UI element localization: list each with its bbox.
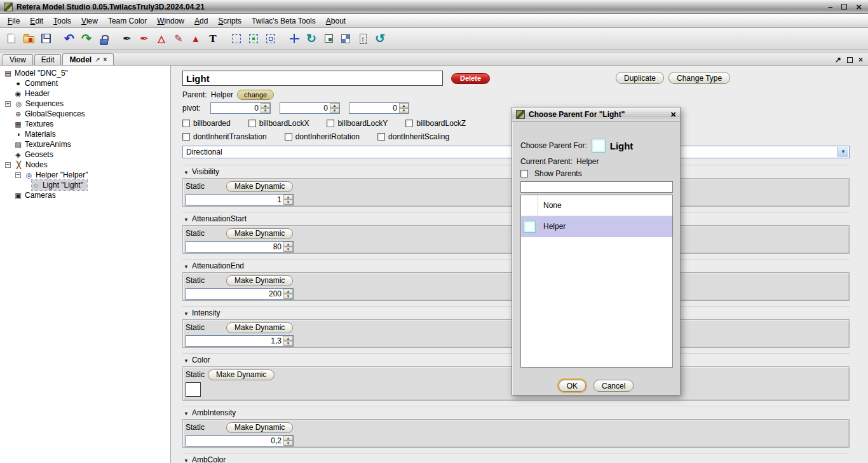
spinner-down-button[interactable]: [283, 341, 293, 346]
parent-filter-input[interactable]: [520, 181, 673, 193]
change-parent-button[interactable]: change: [237, 90, 274, 100]
menu-about[interactable]: About: [321, 14, 351, 28]
spinner-up-button[interactable]: [283, 436, 293, 441]
pivot-x-spinner[interactable]: 0: [210, 102, 271, 114]
squash-tool-button[interactable]: [355, 31, 371, 47]
spinner-down-button[interactable]: [261, 108, 270, 113]
dialog-close-button[interactable]: [670, 109, 676, 119]
open-file-button[interactable]: [20, 31, 37, 47]
tree-editor-splitter[interactable]: [171, 66, 180, 463]
spinner-down-button[interactable]: [283, 200, 293, 205]
pen-red-button[interactable]: [136, 31, 153, 47]
spinner-up-button[interactable]: [261, 103, 270, 108]
window-titlebar[interactable]: Retera Model Studio 0.05.TwilacsTruly3D.…: [0, 0, 868, 14]
node-name-input[interactable]: [182, 71, 443, 86]
cancel-button[interactable]: Cancel: [593, 380, 634, 392]
checkbox-dontinheritscaling[interactable]: dontInheritScaling: [377, 132, 449, 141]
show-parents-checkbox[interactable]: Show Parents: [520, 169, 672, 179]
tree-item-materials[interactable]: Materials: [0, 129, 60, 139]
spinner-up-button[interactable]: [283, 289, 293, 294]
collapse-icon[interactable]: [5, 162, 11, 168]
spinner-value[interactable]: 80: [186, 242, 283, 252]
maximize-button[interactable]: [841, 4, 847, 10]
checkbox-box[interactable]: [285, 133, 292, 141]
spinner-value[interactable]: 0: [211, 103, 261, 113]
spinner-down-button[interactable]: [283, 441, 293, 446]
tree-item-light[interactable]: Light "Light": [32, 180, 87, 190]
save-file-button[interactable]: [37, 31, 54, 47]
attenuationstart-spinner[interactable]: 80: [186, 241, 294, 252]
tree-item-sequences[interactable]: Sequences: [0, 99, 67, 109]
section-header[interactable]: AmbColor: [184, 455, 850, 463]
checkbox-box[interactable]: [520, 170, 528, 177]
chevron-down-icon[interactable]: [837, 147, 848, 157]
menu-add[interactable]: Add: [189, 14, 213, 28]
tree-item-header[interactable]: Header: [0, 88, 53, 99]
make-dynamic-button[interactable]: Make Dynamic: [208, 370, 275, 380]
spinner-value[interactable]: 0: [280, 103, 330, 113]
triangle-outline-button[interactable]: [153, 31, 170, 47]
checkbox-billboardlockz[interactable]: billboardLockZ: [405, 119, 466, 128]
spinner-down-button[interactable]: [399, 108, 409, 113]
tree-item-nodes[interactable]: Nodes: [0, 160, 51, 170]
tree-item-cameras[interactable]: Cameras: [0, 190, 60, 200]
tree-item-textureanims[interactable]: TextureAnims: [0, 139, 75, 149]
checkbox-box[interactable]: [182, 120, 190, 127]
spinner-value[interactable]: 200: [186, 289, 283, 299]
close-button[interactable]: [856, 2, 862, 11]
tree-item-textures[interactable]: Textures: [0, 119, 57, 129]
tree-item-comment[interactable]: Comment: [0, 78, 62, 88]
delete-button[interactable]: Delete: [451, 73, 490, 84]
menu-edit[interactable]: Edit: [25, 14, 48, 28]
tab-close-icon[interactable]: [104, 57, 107, 63]
spinner-value[interactable]: 1: [186, 195, 283, 205]
select-geometry-button[interactable]: [245, 31, 262, 47]
checkbox-dontinherittranslation[interactable]: dontInheritTranslation: [182, 132, 267, 141]
menu-tools[interactable]: Tools: [48, 14, 76, 28]
checkbox-billboardlocky[interactable]: billboardLockY: [327, 119, 388, 128]
tree-item-helper[interactable]: Helper "Helper": [0, 170, 92, 180]
make-dynamic-button[interactable]: Make Dynamic: [226, 422, 293, 433]
pivot-y-spinner[interactable]: 0: [280, 102, 340, 114]
rotate-tool-button[interactable]: [303, 31, 320, 47]
pin-icon[interactable]: [95, 57, 100, 63]
new-file-button[interactable]: [3, 31, 20, 47]
menu-window[interactable]: Window: [152, 14, 189, 28]
tree-item-globalsequences[interactable]: GlobalSequences: [0, 109, 89, 119]
dialog-titlebar[interactable]: Choose Parent For "Light": [512, 107, 680, 121]
parent-option-helper[interactable]: Helper: [521, 216, 672, 237]
spinner-value[interactable]: 1,3: [186, 336, 283, 346]
spinner-down-button[interactable]: [283, 294, 293, 299]
redo-button[interactable]: [78, 31, 95, 47]
checkbox-billboardlockx[interactable]: billboardLockX: [248, 119, 309, 128]
tree-item-model-root[interactable]: Model "DNC_5": [0, 68, 72, 78]
menu-twilacs-beta-tools[interactable]: Twilac's Beta Tools: [247, 14, 321, 28]
make-dynamic-button[interactable]: Make Dynamic: [226, 275, 293, 286]
color-swatch[interactable]: [186, 382, 201, 397]
minimize-button[interactable]: [828, 3, 832, 11]
make-dynamic-button[interactable]: Make Dynamic: [226, 322, 293, 333]
lock-button[interactable]: [95, 31, 112, 47]
ambintensity-spinner[interactable]: 0,2: [186, 435, 294, 446]
spinner-up-button[interactable]: [330, 103, 339, 108]
tab-model[interactable]: Model: [62, 53, 114, 65]
scale-tool-button[interactable]: [320, 31, 337, 47]
make-dynamic-button[interactable]: Make Dynamic: [226, 228, 293, 239]
checkbox-box[interactable]: [377, 133, 385, 141]
change-type-button[interactable]: Change Type: [668, 72, 730, 84]
collapse-icon[interactable]: [15, 172, 21, 178]
spinner-up-button[interactable]: [283, 336, 293, 341]
select-nested-button[interactable]: [262, 31, 279, 47]
menu-scripts[interactable]: Scripts: [213, 14, 247, 28]
maximize-panel-button[interactable]: [847, 57, 853, 63]
visibility-spinner[interactable]: 1: [186, 194, 294, 205]
pen-black-button[interactable]: [119, 31, 135, 47]
pivot-z-spinner[interactable]: 0: [349, 102, 409, 114]
spinner-up-button[interactable]: [283, 195, 293, 200]
spinner-up-button[interactable]: [399, 103, 409, 108]
select-box-button[interactable]: [228, 31, 245, 47]
menu-team-color[interactable]: Team Color: [103, 14, 152, 28]
triangle-solid-button[interactable]: [187, 31, 204, 47]
spinner-down-button[interactable]: [283, 247, 293, 252]
move-tool-button[interactable]: [286, 31, 302, 47]
